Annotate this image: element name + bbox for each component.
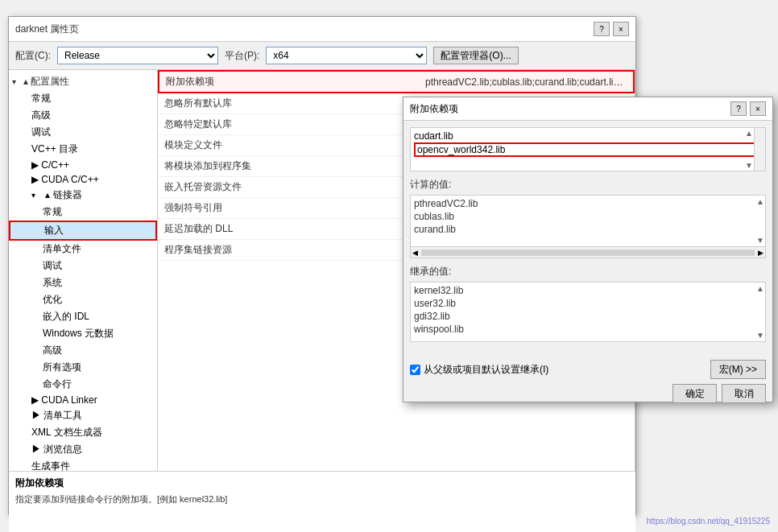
prop-additional-deps[interactable]: 附加依赖项 pthreadVC2.lib;cublas.lib;curand.l… bbox=[158, 70, 635, 93]
scroll-down-icon[interactable]: ▼ bbox=[745, 161, 753, 170]
tree-cpp[interactable]: ▶ C/C++ bbox=[9, 158, 157, 172]
tree-panel: ▾ ▴ 配置属性 常规 高级 调试 VC++ 目录 ▶ C/C++ ▶ CUDA… bbox=[9, 70, 158, 471]
calc-item-1: cublas.lib bbox=[414, 210, 762, 223]
tree-system[interactable]: 系统 bbox=[9, 274, 157, 291]
tree-config-props[interactable]: ▾ ▴ 配置属性 bbox=[9, 73, 157, 90]
checkbox-row: 从父级或项目默认设置继承(I) 宏(M) >> bbox=[410, 360, 766, 379]
inh-item-0: kernel32.lib bbox=[414, 284, 762, 297]
tree-vc-dirs[interactable]: VC++ 目录 bbox=[9, 141, 157, 158]
inh-item-3: winspool.lib bbox=[414, 323, 762, 336]
tree-linker-debug[interactable]: 调试 bbox=[9, 258, 157, 274]
scroll-up-icon[interactable]: ▲ bbox=[745, 129, 753, 138]
config-label: 配置(C): bbox=[15, 49, 51, 63]
tree-cuda-linker[interactable]: ▶ CUDA Linker bbox=[9, 393, 157, 407]
calc-hscroll-right-icon[interactable]: ▶ bbox=[756, 249, 765, 257]
config-select[interactable]: Release bbox=[57, 47, 218, 64]
arrow-icon: ▾ bbox=[12, 77, 23, 86]
inh-scroll-up-icon[interactable]: ▲ bbox=[756, 284, 764, 293]
calculated-section: 计算的值: pthreadVC2.lib cublas.lib curand.l… bbox=[410, 178, 766, 258]
scrollbar[interactable] bbox=[754, 128, 765, 171]
inherited-label: 继承的值: bbox=[410, 265, 766, 278]
tree-linker-general[interactable]: 常规 bbox=[9, 204, 157, 221]
calc-scroll-up-icon[interactable]: ▲ bbox=[756, 197, 764, 206]
calc-scroll-down-icon[interactable]: ▼ bbox=[756, 236, 764, 245]
tree-win-meta[interactable]: Windows 元数据 bbox=[9, 325, 157, 342]
platform-select[interactable]: x64 bbox=[266, 47, 427, 64]
config-manager-button[interactable]: 配置管理器(O)... bbox=[433, 47, 518, 64]
sub-dialog-buttons: 确定 取消 bbox=[410, 384, 766, 403]
tree-linker-advanced[interactable]: 高级 bbox=[9, 342, 157, 359]
main-dialog-title: darknet 属性页 bbox=[15, 23, 79, 36]
sub-title-buttons: ? × bbox=[730, 101, 766, 116]
platform-label: 平台(P): bbox=[225, 49, 259, 63]
sub-help-button[interactable]: ? bbox=[730, 101, 747, 116]
macro-button[interactable]: 宏(M) >> bbox=[710, 360, 766, 379]
sub-dialog-title: 附加依赖项 bbox=[410, 102, 458, 116]
bottom-panel: 附加依赖项 指定要添加到链接命令行的附加项。[例如 kernel32.lib] bbox=[9, 471, 635, 532]
calculated-label: 计算的值: bbox=[410, 178, 766, 192]
tree-cuda-cpp[interactable]: ▶ CUDA C/C++ bbox=[9, 172, 157, 187]
tree-manifest[interactable]: 清单文件 bbox=[9, 241, 157, 258]
tree-linker-input[interactable]: 输入 bbox=[9, 221, 157, 241]
inh-scroll-down-icon[interactable]: ▼ bbox=[756, 331, 764, 340]
inherited-list: kernel32.lib user32.lib gdi32.lib winspo… bbox=[410, 282, 766, 342]
bottom-desc: 指定要添加到链接命令行的附加项。[例如 kernel32.lib] bbox=[15, 493, 629, 505]
inh-item-2: gdi32.lib bbox=[414, 310, 762, 323]
calculated-list: pthreadVC2.lib cublas.lib curand.lib ▲ ▼ bbox=[410, 195, 766, 247]
bottom-title: 附加依赖项 bbox=[15, 476, 629, 490]
watermark: https://blog.csdn.net/qq_41915225 bbox=[647, 517, 770, 526]
tree-debug[interactable]: 调试 bbox=[9, 124, 157, 141]
close-button[interactable]: × bbox=[613, 22, 629, 36]
linker-arrow-icon: ▾ bbox=[31, 191, 43, 200]
calc-hscroll-left-icon[interactable]: ◀ bbox=[411, 249, 420, 257]
title-bar-buttons: ? × bbox=[594, 22, 629, 36]
calc-hscroll: ◀ ▶ bbox=[410, 247, 766, 258]
sub-dialog: 附加依赖项 ? × cudart.lib opencv_world342.lib… bbox=[403, 97, 773, 402]
sub-cancel-button[interactable]: 取消 bbox=[722, 384, 766, 403]
toolbar: 配置(C): Release 平台(P): x64 配置管理器(O)... bbox=[9, 42, 635, 70]
tree-browse[interactable]: ▶ 浏览信息 bbox=[9, 441, 157, 458]
tree-manifest-tool[interactable]: ▶ 清单工具 bbox=[9, 407, 157, 424]
inherit-checkbox[interactable] bbox=[410, 365, 420, 375]
tree-optimize[interactable]: 优化 bbox=[9, 291, 157, 308]
sub-close-button[interactable]: × bbox=[750, 101, 766, 116]
tree-general[interactable]: 常规 bbox=[9, 90, 157, 107]
sub-bottom: 从父级或项目默认设置继承(I) 宏(M) >> 确定 取消 bbox=[403, 357, 772, 406]
tree-all-options[interactable]: 所有选项 bbox=[9, 359, 157, 376]
top-edit-section: cudart.lib opencv_world342.lib ▲ ▼ bbox=[410, 127, 766, 171]
main-title-bar: darknet 属性页 ? × bbox=[9, 17, 635, 42]
tree-xml-gen[interactable]: XML 文档生成器 bbox=[9, 424, 157, 441]
sub-ok-button[interactable]: 确定 bbox=[672, 384, 717, 403]
calc-hscroll-track bbox=[421, 250, 755, 256]
tree-advanced[interactable]: 高级 bbox=[9, 107, 157, 124]
help-button[interactable]: ? bbox=[594, 22, 610, 36]
inherited-section: 继承的值: kernel32.lib user32.lib gdi32.lib … bbox=[410, 265, 766, 342]
edit-line-opencv: opencv_world342.lib bbox=[414, 142, 762, 157]
sub-title-bar: 附加依赖项 ? × bbox=[403, 97, 772, 121]
tree-build-events[interactable]: 生成事件 bbox=[9, 458, 157, 471]
inherit-checkbox-label[interactable]: 从父级或项目默认设置继承(I) bbox=[410, 363, 548, 377]
calc-item-0: pthreadVC2.lib bbox=[414, 197, 762, 210]
tree-cmdline[interactable]: 命令行 bbox=[9, 376, 157, 393]
calc-item-2: curand.lib bbox=[414, 223, 762, 236]
sub-content: cudart.lib opencv_world342.lib ▲ ▼ 计算的值:… bbox=[403, 121, 772, 357]
top-edit-area[interactable]: cudart.lib opencv_world342.lib bbox=[410, 127, 766, 171]
tree-idl[interactable]: 嵌入的 IDL bbox=[9, 308, 157, 325]
inherit-label-text: 从父级或项目默认设置继承(I) bbox=[424, 363, 548, 377]
inh-item-1: user32.lib bbox=[414, 297, 762, 310]
edit-line-cudart: cudart.lib bbox=[414, 130, 762, 142]
tree-linker[interactable]: ▾ ▴ 链接器 bbox=[9, 187, 157, 204]
